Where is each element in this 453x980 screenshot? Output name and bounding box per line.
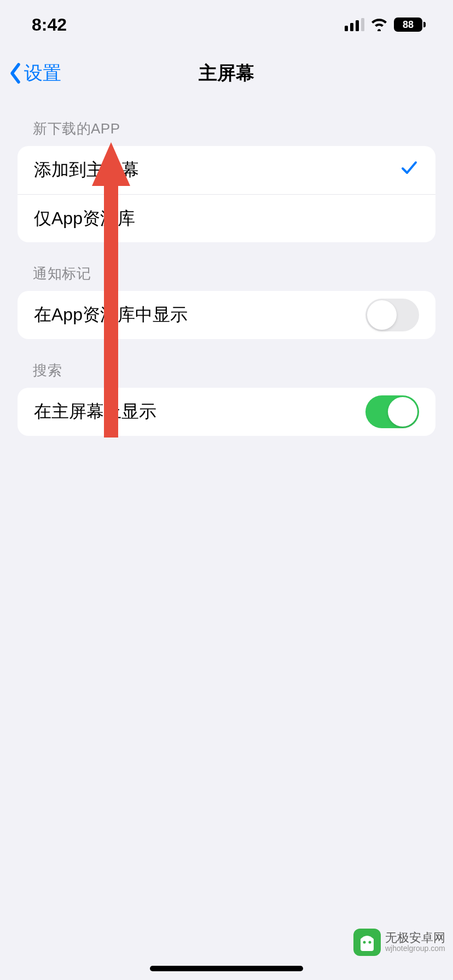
- list-group-search: 在主屏幕上显示: [18, 388, 435, 436]
- row-label: 在主屏幕上显示: [34, 400, 156, 424]
- svg-rect-0: [345, 26, 348, 31]
- page-title: 主屏幕: [0, 61, 453, 86]
- chevron-left-icon: [9, 62, 22, 84]
- watermark-title: 无极安卓网: [385, 931, 445, 944]
- option-label: 添加到主屏幕: [34, 158, 139, 182]
- checkmark-icon: [399, 158, 419, 182]
- cellular-signal-icon: [345, 18, 364, 31]
- section-header-new-apps: 新下载的APP: [18, 97, 435, 146]
- option-app-library-only[interactable]: 仅App资源库: [18, 194, 435, 242]
- settings-content: 新下载的APP 添加到主屏幕 仅App资源库 通知标记 在App资源库中显示 搜…: [0, 97, 453, 436]
- navigation-bar: 设置 主屏幕: [0, 49, 453, 97]
- watermark: 无极安卓网 wjhotelgroup.com: [353, 929, 445, 956]
- option-label: 仅App资源库: [34, 207, 135, 231]
- svg-rect-3: [361, 18, 364, 31]
- battery-level: 88: [394, 18, 422, 32]
- back-button[interactable]: 设置: [9, 61, 61, 86]
- section-header-badges: 通知标记: [18, 242, 435, 291]
- status-bar: 8:42 88: [0, 0, 453, 49]
- list-group-new-apps: 添加到主屏幕 仅App资源库: [18, 146, 435, 242]
- toggle-show-on-home[interactable]: [365, 395, 419, 428]
- watermark-url: wjhotelgroup.com: [385, 944, 445, 953]
- option-add-to-home[interactable]: 添加到主屏幕: [18, 146, 435, 194]
- svg-point-5: [363, 941, 366, 944]
- status-time: 8:42: [32, 15, 67, 35]
- list-group-badges: 在App资源库中显示: [18, 291, 435, 339]
- battery-icon: 88: [394, 18, 426, 32]
- back-label: 设置: [24, 61, 61, 86]
- wifi-icon: [370, 18, 388, 31]
- watermark-logo-icon: [353, 929, 381, 956]
- status-indicators: 88: [345, 18, 426, 32]
- row-show-in-library: 在App资源库中显示: [18, 291, 435, 339]
- svg-point-6: [369, 941, 371, 944]
- svg-rect-1: [350, 23, 353, 31]
- svg-rect-2: [356, 20, 359, 31]
- toggle-show-in-library[interactable]: [365, 299, 419, 331]
- home-indicator[interactable]: [150, 966, 303, 971]
- row-label: 在App资源库中显示: [34, 303, 188, 327]
- section-header-search: 搜索: [18, 339, 435, 388]
- row-show-on-home: 在主屏幕上显示: [18, 388, 435, 436]
